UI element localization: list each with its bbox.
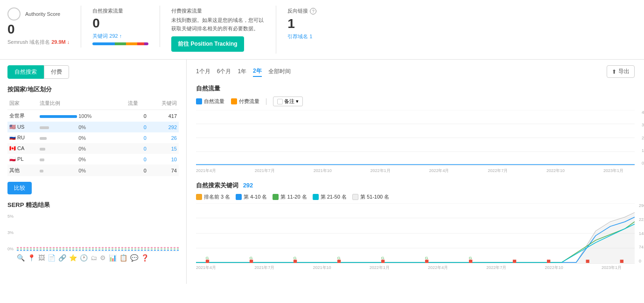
- serp-icon-list: 📋: [119, 254, 127, 262]
- organic-chart-section: 自然流量 自然流量 付费流量 备注 ▾: [196, 84, 635, 174]
- traffic-cell: 0: [126, 122, 148, 132]
- organic-chart-legend: 自然流量 付费流量 备注 ▾: [196, 96, 635, 106]
- bar-red: [137, 42, 144, 45]
- traffic-bar: [40, 126, 49, 129]
- notes-button[interactable]: 备注 ▾: [273, 96, 303, 106]
- kw-legend-check-3[interactable]: [313, 194, 319, 200]
- country-table-row[interactable]: 🇨🇦 CA 0%015: [7, 143, 179, 154]
- col-traffic: 流量: [126, 98, 148, 110]
- legend-paid: 付费流量: [231, 98, 259, 105]
- tab-paid[interactable]: 付费: [44, 65, 69, 79]
- serp-chart-inner: [17, 214, 179, 251]
- kw-legend-item: 排名前 3 名: [196, 193, 230, 200]
- paid-traffic-block: 付费搜索流量 未找到数据。如果这是您的域名，您可以获取关键词排名相关的所有必要数…: [171, 6, 276, 54]
- export-button[interactable]: ⬆ 导出: [607, 65, 635, 78]
- traffic-ratio-cell: 0%: [38, 132, 126, 143]
- keywords-cell[interactable]: 10: [148, 154, 179, 165]
- kw-legend-check-2[interactable]: [273, 194, 279, 200]
- backlinks-block: 反向链接 ? 1 引荐域名 1: [287, 6, 343, 42]
- organic-y-labels: 4 3 2 1 0: [642, 110, 644, 165]
- traffic-pct: 0%: [78, 168, 86, 173]
- kw-legend-check-4[interactable]: [352, 194, 358, 200]
- svg-text:G: G: [206, 256, 209, 260]
- compare-button[interactable]: 比较: [7, 182, 32, 194]
- time-btn-all[interactable]: 全部时间: [268, 66, 291, 77]
- country-table-row[interactable]: 🇺🇸 US 0%0292: [7, 122, 179, 132]
- serp-icon-image: 🖼: [38, 254, 45, 262]
- authority-score-value: 0: [7, 22, 70, 37]
- traffic-cell: 0: [126, 143, 148, 154]
- position-tracking-button[interactable]: 前往 Position Tracking: [171, 36, 244, 52]
- organic-traffic-label: 自然搜索流量: [92, 7, 148, 14]
- serp-icon-link: 🔗: [58, 254, 66, 262]
- serp-icon-folder: 🗂: [91, 254, 97, 262]
- svg-rect-18: [337, 260, 341, 263]
- authority-circle-icon: [7, 7, 21, 21]
- legend-paid-check[interactable]: [231, 98, 237, 104]
- time-btn-2y[interactable]: 2年: [253, 66, 262, 77]
- col-country: 国家: [7, 98, 38, 110]
- traffic-ratio-cell: 0%: [38, 143, 126, 154]
- backlinks-info-icon[interactable]: ?: [310, 8, 316, 14]
- keywords-cell[interactable]: 26: [148, 132, 179, 143]
- chevron-down-icon: ▾: [296, 98, 299, 104]
- keyword-count: 关键词 292 ↑: [92, 33, 148, 40]
- traffic-value-link[interactable]: 0: [144, 135, 147, 141]
- traffic-cell: 0: [126, 132, 148, 143]
- country-table-row[interactable]: 🇵🇱 PL 0%010: [7, 154, 179, 165]
- traffic-value-link[interactable]: 0: [144, 157, 147, 162]
- keywords-cell[interactable]: 417: [148, 110, 179, 122]
- traffic-bar: [40, 137, 47, 140]
- country-table: 国家 流量比例 流量 关键词 全世界 100%0417🇺🇸 US 0%0292🇷…: [7, 98, 179, 176]
- time-btn-1y[interactable]: 1年: [238, 66, 246, 77]
- traffic-bar: [40, 170, 43, 172]
- organic-chart-area: 4 3 2 1 0: [196, 110, 635, 166]
- organic-chart-svg: [196, 110, 635, 165]
- bar-orange: [126, 42, 137, 45]
- svg-rect-24: [469, 260, 472, 263]
- keywords-cell[interactable]: 292: [148, 122, 179, 132]
- country-table-row[interactable]: 其他 0%074: [7, 165, 179, 176]
- authority-score-label: Authority Score: [7, 7, 70, 21]
- serp-icon-doc: 📄: [48, 254, 56, 262]
- traffic-ratio-cell: 0%: [38, 122, 126, 132]
- serp-icon-clock: 🕐: [80, 254, 88, 262]
- traffic-value-link[interactable]: 0: [144, 124, 147, 130]
- keywords-count: 292: [243, 182, 253, 189]
- kw-legend-check-1[interactable]: [236, 194, 242, 200]
- time-filters: 1个月 6个月 1年 2年 全部时间 ⬆ 导出: [196, 65, 635, 78]
- paid-traffic-note: 未找到数据。如果这是您的域名，您可以获取关键词排名相关的所有必要数据。: [171, 16, 265, 33]
- country-section-title: 按国家/地区划分: [7, 85, 179, 94]
- time-btn-1m[interactable]: 1个月: [196, 66, 210, 77]
- country-name-cell: 🇵🇱 PL: [7, 154, 38, 165]
- svg-text:G: G: [425, 256, 428, 260]
- kw-legend-item: 第 51-100 名: [352, 193, 389, 200]
- export-icon: ⬆: [612, 69, 616, 75]
- time-btn-6m[interactable]: 6个月: [217, 66, 231, 77]
- serp-icon-row: 🔍 📍 🖼 📄 🔗 ⭐ 🕐 🗂 ⚙ 📊 📋 💬 ❓: [17, 254, 179, 262]
- top-metrics-bar: Authority Score 0 Semrush 域名排名 29.9M ↓ 自…: [0, 0, 644, 60]
- legend-organic-check[interactable]: [196, 98, 202, 104]
- keywords-cell[interactable]: 15: [148, 143, 179, 154]
- svg-rect-22: [425, 260, 428, 263]
- country-flag: 🇷🇺: [9, 135, 16, 140]
- country-table-row[interactable]: 全世界 100%0417: [7, 110, 179, 122]
- svg-text:G: G: [250, 256, 252, 260]
- svg-marker-11: [196, 213, 635, 263]
- country-flag: 🇨🇦: [9, 145, 16, 151]
- notes-check-icon: [277, 99, 283, 104]
- col-keywords: 关键词: [148, 98, 179, 110]
- keywords-cell[interactable]: 74: [148, 165, 179, 176]
- country-table-row[interactable]: 🇷🇺 RU 0%026: [7, 132, 179, 143]
- traffic-bar: [40, 115, 77, 118]
- backlinks-label: 反向链接 ?: [287, 7, 332, 14]
- kw-legend-item: 第 21-50 名: [313, 193, 347, 200]
- kw-legend-label-2: 第 11-20 名: [280, 193, 307, 200]
- traffic-value-link[interactable]: 0: [144, 146, 147, 152]
- serp-icon-comment: 💬: [130, 254, 138, 262]
- traffic-pct: 100%: [78, 113, 91, 119]
- kw-legend-check-0[interactable]: [196, 194, 202, 200]
- tab-organic[interactable]: 自然搜索: [7, 65, 44, 79]
- time-buttons-group: 1个月 6个月 1年 2年 全部时间: [196, 66, 291, 77]
- keywords-chart-svg: G G G G G G G: [196, 203, 635, 263]
